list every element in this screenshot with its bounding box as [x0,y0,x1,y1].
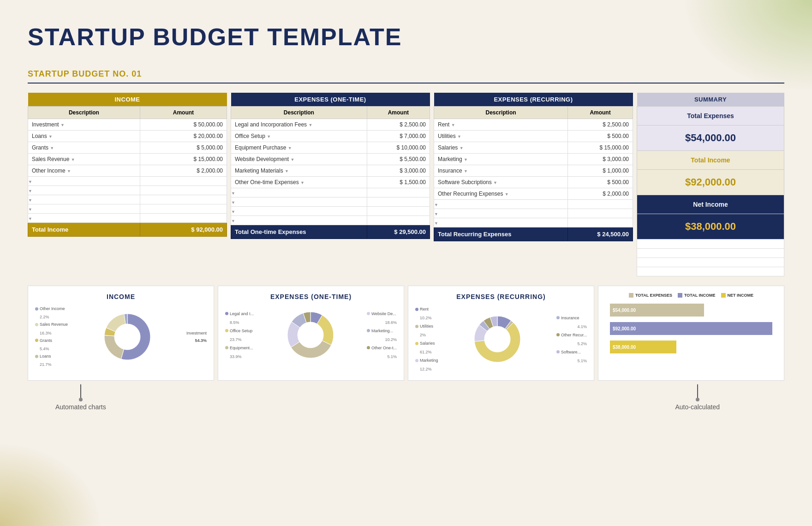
expenses-rec-chart-section: EXPENSES (RECURRING) Rent10.2%Utilities2… [408,286,594,381]
table-row: Other Income ▼$ 2,000.00 [28,165,227,177]
expenses-ot-chart-title: EXPENSES (ONE-TIME) [225,293,397,300]
legend-item: Insurance [556,314,587,322]
bar-legend-item: TOTAL EXPENSES [629,293,672,298]
summary-net-income-label: Net Income [637,195,784,214]
table-row: Loans ▼$ 20,000.00 [28,131,227,142]
table-row: Investment ▼$ 50,000.00 [28,119,227,131]
summary-net-income-value: $38,000.00 [637,214,784,239]
income-table-header: INCOME [28,93,227,107]
expenses-ot-donut-svg [281,305,340,365]
legend-item: Other Recur... [556,331,587,339]
decorative-blob-bottom-left [0,443,102,526]
summary-chart-section: TOTAL EXPENSESTOTAL INCOMENET INCOME $54… [598,286,784,381]
legend-item: Office Setup [225,327,254,335]
table-row: ▼ [434,209,633,218]
table-row: ▼ [28,186,227,195]
bar-fill: $38,000.00 [610,341,676,353]
table-row: Office Setup ▼$ 7,000.00 [231,131,430,142]
expenses-rec-header: EXPENSES (RECURRING) [434,93,633,107]
table-row: ▼ [28,195,227,204]
legend-item: Website De... [367,310,397,318]
table-row: ▼ [231,207,430,216]
expenses-rec-col-amount: Amount [568,107,633,119]
expenses-ot-col-amount: Amount [367,107,430,119]
bar-fill: $54,000.00 [610,304,704,317]
table-row: Equipment Purchase ▼$ 10,000.00 [231,142,430,154]
annotation-right-dot [696,398,699,401]
table-row: ▼ [28,177,227,186]
bar-row: $54,000.00 [610,304,772,317]
table-row: ▼ [231,188,430,197]
legend-item: Salaries [415,339,438,347]
expenses-rec-chart-donut: Rent10.2%Utilities2%Salaries61.2%Marketi… [415,305,587,373]
annotation-right: Auto-calculated [675,384,720,411]
legend-item: Other Income [35,305,68,312]
bar-value: $38,000.00 [613,345,636,350]
expenses-rec-legend-left: Rent10.2%Utilities2%Salaries61.2%Marketi… [415,305,438,373]
bar-value: $92,000.00 [613,326,636,331]
expenses-ot-chart-donut: Legal and I...8.5%Office Setup23.7%Equip… [225,305,397,365]
table-row: ▼ [28,204,227,214]
income-total-row: Total Income$ 92,000.00 [28,223,227,237]
table-row: ▼ [434,218,633,227]
summary-total-income-value: $92,000.00 [637,170,784,195]
expenses-rec-total-row: Total Recurring Expenses$ 24,500.00 [434,227,633,241]
table-row: Marketing Materials ▼$ 3,000.00 [231,165,430,177]
bar-row: $92,000.00 [610,322,772,335]
table-row: Salaries ▼$ 15,000.00 [434,142,633,154]
table-row: Sales Revenue ▼$ 15,000.00 [28,154,227,165]
tables-row: INCOME Description Amount Investment ▼$ … [28,93,784,276]
legend-item: Sales Revenue [35,321,68,328]
page-title: STARTUP BUDGET TEMPLATE [28,23,784,51]
income-col-description: Description [28,107,140,119]
annotation-left-text: Automated charts [55,403,106,411]
income-chart-section: INCOME Other Income2.2%Sales Revenue16.3… [28,286,214,381]
annotation-left: Automated charts [55,384,106,411]
legend-item: Other One-t... [367,344,397,352]
expenses-ot-header: EXPENSES (ONE-TIME) [231,93,430,107]
bar-legend-item: NET INCOME [721,293,754,298]
section-subtitle: STARTUP BUDGET NO. 01 [28,69,784,84]
table-row: Other Recurring Expenses ▼$ 2,000.00 [434,188,633,200]
annotation-left-line [80,384,81,398]
table-row: Marketing ▼$ 3,000.00 [434,154,633,165]
summary-total-income-label: Total Income [637,151,784,170]
table-row: Grants ▼$ 5,000.00 [28,142,227,154]
table-row: ▼ [28,214,227,223]
legend-item: Rent [415,305,438,313]
legend-item: Equipment... [225,344,254,352]
expenses-ot-col-description: Description [231,107,367,119]
table-row: ▼ [231,216,430,225]
bar-legend-item: TOTAL INCOME [678,293,716,298]
table-row: Insurance ▼$ 1,000.00 [434,165,633,177]
table-row: Legal and Incorporation Fees ▼$ 2,500.00 [231,119,430,131]
expenses-rec-table-section: EXPENSES (RECURRING) Description Amount … [434,93,633,276]
summary-table: SUMMARY Total Expenses $54,000.00 Total … [637,93,784,276]
annotation-left-dot [79,398,83,401]
legend-item: Marketing [415,356,438,365]
legend-item: Utilities [415,322,438,330]
table-row: Rent ▼$ 2,500.00 [434,119,633,131]
expenses-rec-col-description: Description [434,107,568,119]
table-row: Software Subcriptions ▼$ 500.00 [434,177,633,188]
annotation-right-text: Auto-calculated [675,403,720,411]
bar-row: $38,000.00 [610,341,772,353]
expenses-rec-donut-svg [467,309,527,369]
summary-total-expenses-value: $54,000.00 [637,126,784,151]
table-row: Website Development ▼$ 5,500.00 [231,154,430,165]
table-row: Other One-time Expenses ▼$ 1,500.00 [231,177,430,188]
income-chart-title: INCOME [35,293,207,300]
legend-item: Marketing... [367,327,397,335]
expenses-ot-table: EXPENSES (ONE-TIME) Description Amount L… [231,93,430,239]
expenses-ot-table-section: EXPENSES (ONE-TIME) Description Amount L… [231,93,430,276]
expenses-ot-total-row: Total One-time Expenses$ 29,500.00 [231,225,430,239]
legend-item: Grants [35,337,68,344]
bar-value: $54,000.00 [613,308,636,313]
annotation-right-line [697,384,698,398]
table-row: Utilities ▼$ 500.00 [434,131,633,142]
bar-chart-container: $54,000.00$92,000.00$38,000.00 [605,301,777,358]
expenses-rec-chart-title: EXPENSES (RECURRING) [415,293,587,300]
charts-row: INCOME Other Income2.2%Sales Revenue16.3… [28,286,784,381]
expenses-ot-chart-section: EXPENSES (ONE-TIME) Legal and I...8.5%Of… [218,286,404,381]
expenses-ot-legend-right: Website De...18.6%Marketing...10.2%Other… [367,310,397,361]
